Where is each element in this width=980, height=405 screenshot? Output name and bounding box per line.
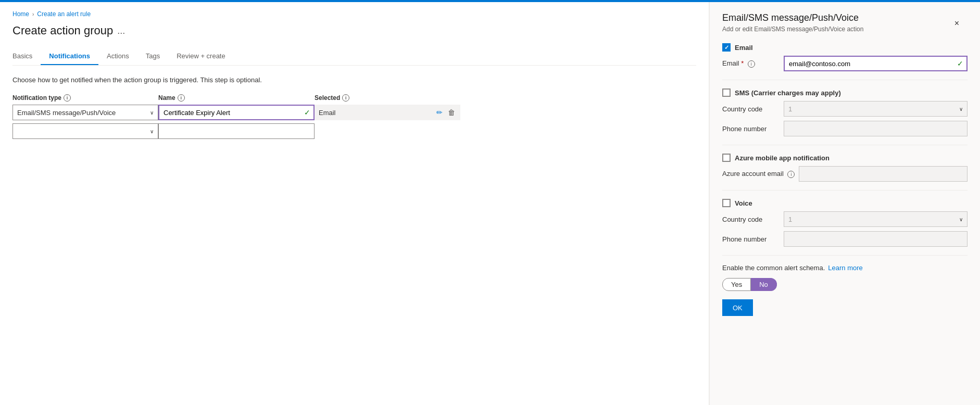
- divider-1: [722, 80, 968, 80]
- email-valid-checkmark: ✓: [957, 59, 963, 68]
- close-button[interactable]: ×: [954, 19, 959, 28]
- voice-country-row: Country code 1 ∨: [722, 211, 968, 227]
- panel-subtitle: Add or edit Email/SMS message/Push/Voice…: [722, 26, 863, 33]
- panel-title: Email/SMS message/Push/Voice: [722, 12, 863, 23]
- email-section: ✓ Email Email * i ✓: [722, 43, 968, 71]
- notification-type-dropdown-2[interactable]: ∨: [12, 123, 158, 139]
- ok-button[interactable]: OK: [722, 299, 753, 316]
- page-title: Create action group: [12, 24, 113, 37]
- dropdown-arrow-1: ∨: [150, 110, 154, 116]
- col-header-selected: Selected i: [315, 94, 460, 102]
- description-text: Choose how to get notified when the acti…: [12, 76, 696, 84]
- voice-section: Voice Country code 1 ∨ Phone number: [722, 199, 968, 247]
- voice-country-arrow: ∨: [959, 217, 963, 222]
- breadcrumb-home[interactable]: Home: [12, 10, 29, 18]
- name-input-1[interactable]: [158, 105, 315, 120]
- col-header-name: Name i: [158, 94, 315, 102]
- azure-mobile-checkbox[interactable]: [722, 154, 731, 162]
- voice-country-dropdown[interactable]: 1 ∨: [784, 211, 968, 227]
- sms-label: SMS (Carrier charges may apply): [735, 89, 841, 97]
- azure-account-email-row: Azure account email i: [722, 166, 968, 182]
- email-checkbox[interactable]: ✓: [722, 43, 731, 52]
- voice-checkbox[interactable]: [722, 199, 731, 207]
- azure-account-info-icon[interactable]: i: [787, 171, 795, 178]
- voice-phone-input[interactable]: [784, 231, 968, 247]
- alert-schema-label: Enable the common alert schema.: [722, 264, 825, 272]
- breadcrumb: Home › Create an alert rule: [12, 10, 696, 18]
- tab-basics[interactable]: Basics: [12, 48, 41, 65]
- name-input-2-empty[interactable]: [158, 123, 315, 139]
- delete-button-1[interactable]: 🗑: [447, 107, 456, 118]
- divider-4: [722, 255, 968, 256]
- right-panel: Email/SMS message/Push/Voice Add or edit…: [709, 2, 980, 405]
- breadcrumb-sep-1: ›: [32, 11, 34, 17]
- divider-3: [722, 190, 968, 191]
- email-checkbox-row: ✓ Email: [722, 43, 968, 52]
- toggle-yes-button[interactable]: Yes: [722, 278, 751, 291]
- email-field-label: Email * i: [722, 59, 780, 68]
- alert-schema-row: Enable the common alert schema. Learn mo…: [722, 264, 968, 272]
- name-info-icon[interactable]: i: [178, 94, 185, 102]
- toggle-group: Yes No: [722, 278, 968, 291]
- notification-table: Notification type i Name i Selected i Em…: [12, 94, 696, 139]
- voice-label: Voice: [735, 199, 752, 207]
- azure-account-email-input[interactable]: [799, 166, 968, 182]
- notification-type-dropdown-1[interactable]: Email/SMS message/Push/Voice ∨: [12, 105, 158, 120]
- learn-more-link[interactable]: Learn more: [828, 264, 862, 272]
- sms-country-dropdown[interactable]: 1 ∨: [784, 101, 968, 117]
- azure-mobile-section: Azure mobile app notification Azure acco…: [722, 154, 968, 182]
- tab-review-create[interactable]: Review + create: [168, 48, 234, 65]
- sms-country-row: Country code 1 ∨: [722, 101, 968, 117]
- breadcrumb-alert-rule[interactable]: Create an alert rule: [37, 10, 91, 18]
- table-row-1: Email/SMS message/Push/Voice ∨ ✓ Email ✏…: [12, 105, 696, 120]
- email-input-wrapper: ✓: [784, 56, 968, 71]
- selected-actions-1: ✏ 🗑: [435, 107, 456, 118]
- sms-section: SMS (Carrier charges may apply) Country …: [722, 88, 968, 136]
- sms-checkbox[interactable]: [722, 88, 731, 97]
- selected-cell-1: Email ✏ 🗑: [315, 105, 460, 120]
- selected-info-icon[interactable]: i: [342, 94, 349, 102]
- azure-account-email-label: Azure account email i: [722, 170, 795, 178]
- sms-phone-label: Phone number: [722, 125, 780, 133]
- tabs-container: Basics Notifications Actions Tags Review…: [12, 48, 696, 66]
- sms-phone-row: Phone number: [722, 121, 968, 136]
- voice-checkbox-row: Voice: [722, 199, 968, 207]
- tab-tags[interactable]: Tags: [137, 48, 168, 65]
- email-field-row: Email * i ✓: [722, 56, 968, 71]
- sms-country-arrow: ∨: [959, 106, 963, 112]
- voice-country-label: Country code: [722, 216, 780, 223]
- sms-country-label: Country code: [722, 105, 780, 113]
- table-header-row: Notification type i Name i Selected i: [12, 94, 696, 102]
- name-checkmark-1: ✓: [304, 108, 310, 117]
- divider-2: [722, 145, 968, 145]
- email-label: Email: [735, 44, 753, 52]
- email-info-icon[interactable]: i: [748, 60, 755, 68]
- voice-phone-row: Phone number: [722, 231, 968, 247]
- dropdown-arrow-2: ∨: [150, 129, 154, 134]
- panel-header: Email/SMS message/Push/Voice Add or edit…: [722, 12, 968, 43]
- email-input[interactable]: [784, 56, 968, 71]
- azure-mobile-checkbox-row: Azure mobile app notification: [722, 154, 968, 162]
- tab-notifications[interactable]: Notifications: [41, 48, 98, 65]
- email-check-mark: ✓: [724, 44, 729, 51]
- col-header-type: Notification type i: [12, 94, 158, 102]
- sms-checkbox-row: SMS (Carrier charges may apply): [722, 88, 968, 97]
- name-field-wrapper-1: ✓: [158, 105, 315, 120]
- email-required: *: [741, 59, 744, 67]
- edit-button-1[interactable]: ✏: [435, 107, 444, 118]
- table-row-2: ∨: [12, 123, 696, 139]
- azure-mobile-label: Azure mobile app notification: [735, 154, 830, 162]
- page-title-more[interactable]: ...: [117, 26, 125, 36]
- toggle-no-button[interactable]: No: [751, 278, 777, 291]
- tab-actions[interactable]: Actions: [98, 48, 137, 65]
- page-title-container: Create action group ...: [12, 24, 696, 37]
- sms-phone-input[interactable]: [784, 121, 968, 136]
- notification-type-info-icon[interactable]: i: [64, 94, 71, 102]
- voice-phone-label: Phone number: [722, 235, 780, 243]
- panel-title-area: Email/SMS message/Push/Voice Add or edit…: [722, 12, 863, 43]
- left-panel: Home › Create an alert rule Create actio…: [0, 2, 709, 405]
